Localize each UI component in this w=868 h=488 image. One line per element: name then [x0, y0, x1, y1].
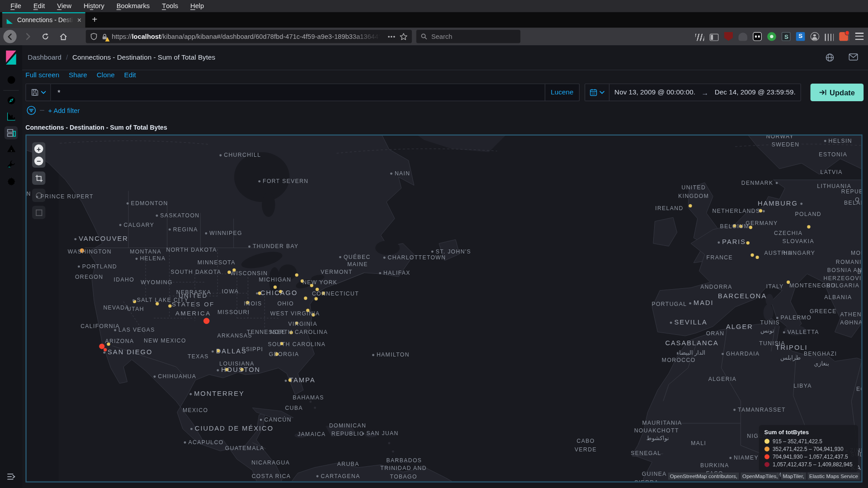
- data-point-yellow[interactable]: [304, 296, 307, 300]
- attribution-chip[interactable]: OpenMapTiles,: [741, 473, 779, 480]
- menu-view[interactable]: View: [51, 0, 78, 12]
- query-language-toggle[interactable]: Lucene: [545, 84, 579, 101]
- add-filter-link[interactable]: + Add filter: [48, 107, 80, 114]
- back-button[interactable]: [3, 30, 16, 43]
- map-label: GEORGIA: [269, 351, 299, 359]
- app-menu-icon[interactable]: [855, 33, 863, 40]
- attribution-chip[interactable]: MapTiler,: [781, 473, 806, 480]
- update-button[interactable]: Update: [811, 84, 864, 101]
- kibana-logo[interactable]: [0, 45, 22, 70]
- recently-viewed-clock-icon[interactable]: [5, 73, 18, 86]
- sidebar-extension-icon[interactable]: [710, 33, 719, 41]
- city-dot: [316, 475, 319, 478]
- browser-tab[interactable]: Connections - Destinatio ×: [2, 12, 85, 28]
- management-gear-icon[interactable]: [5, 174, 18, 188]
- menu-help[interactable]: Help: [184, 0, 210, 12]
- dev-tools-wrench-icon[interactable]: [5, 157, 18, 170]
- city-dot: [762, 210, 764, 212]
- map-label: WYOMING: [141, 279, 173, 287]
- page-actions-icon[interactable]: •••: [388, 33, 396, 40]
- calendar-button[interactable]: [585, 84, 609, 101]
- filter-icon[interactable]: [27, 106, 36, 115]
- tracking-shield-icon[interactable]: [90, 33, 98, 40]
- reload-button[interactable]: [39, 30, 52, 43]
- date-start[interactable]: Nov 13, 2009 @ 00:00:00.: [609, 89, 700, 96]
- home-button[interactable]: [57, 30, 70, 43]
- cookie-extension-icon[interactable]: [753, 32, 762, 41]
- library-extension-icon[interactable]: [695, 33, 704, 41]
- forward-button[interactable]: [21, 30, 34, 43]
- draw-bounds-tool-button[interactable]: [32, 172, 45, 185]
- geo-filter-circle-button[interactable]: [32, 189, 45, 202]
- data-point-yellow[interactable]: [689, 204, 692, 207]
- browser-menubar: FileEditViewHistoryBookmarksToolsHelp: [0, 0, 868, 12]
- full-screen-link[interactable]: Full screen: [25, 71, 59, 79]
- zoom-in-button[interactable]: +: [34, 145, 43, 154]
- menu-bookmarks[interactable]: Bookmarks: [110, 0, 156, 12]
- share-link[interactable]: Share: [69, 71, 87, 79]
- kibana-sidebar: [0, 70, 22, 488]
- help-globe-icon[interactable]: [826, 53, 835, 62]
- data-point-yellow[interactable]: [168, 304, 171, 307]
- map-label: CHARLOTTETOWN: [383, 254, 446, 262]
- breadcrumb-dashboard[interactable]: Dashboard: [28, 54, 61, 61]
- attribution-chip[interactable]: OpenStreetMap contributors,: [668, 473, 739, 480]
- data-point-yellow[interactable]: [746, 241, 750, 244]
- clone-link[interactable]: Clone: [97, 71, 115, 79]
- city-dot: [372, 354, 374, 357]
- edit-link[interactable]: Edit: [124, 71, 136, 79]
- map-panel[interactable]: CHURCHILLFORT SEVERNNAINPRINCE RUPERTEDM…: [25, 135, 862, 483]
- bookmark-star-icon[interactable]: [400, 33, 407, 40]
- tab-close-icon[interactable]: ×: [77, 16, 81, 23]
- privacy-extension-icon[interactable]: [767, 32, 776, 41]
- city-dot: [733, 409, 736, 411]
- map-label: FORT SEVERN: [258, 178, 308, 186]
- saved-query-button[interactable]: [25, 84, 51, 101]
- orange-extension-icon[interactable]: [839, 32, 848, 41]
- lock-warning-icon[interactable]: [101, 33, 108, 40]
- panel-title[interactable]: Connections - Destination - Sum of Total…: [25, 124, 167, 131]
- browser-search-box[interactable]: Search: [416, 30, 520, 43]
- map-label: ALGERIA: [708, 375, 737, 384]
- stylus-extension-icon[interactable]: [782, 32, 791, 41]
- query-value[interactable]: *: [57, 88, 545, 96]
- geo-filter-rect-button[interactable]: [32, 206, 45, 219]
- map-label: TUNIS: [760, 319, 780, 327]
- sblue-extension-icon[interactable]: [796, 32, 805, 41]
- new-tab-button[interactable]: +: [85, 12, 104, 28]
- city-dot: [154, 375, 156, 378]
- city-dot: [219, 155, 222, 157]
- menu-edit[interactable]: Edit: [27, 0, 51, 12]
- map-label: ARUBA: [337, 460, 359, 468]
- account-extension-icon[interactable]: [811, 32, 820, 41]
- containers-extension-icon[interactable]: [825, 33, 834, 41]
- attribution-chip[interactable]: Elastic Maps Service: [807, 473, 859, 480]
- menu-tools[interactable]: Tools: [156, 0, 184, 12]
- newsfeed-envelope-icon[interactable]: [849, 53, 858, 61]
- menu-file[interactable]: File: [5, 0, 28, 12]
- data-point-yellow[interactable]: [295, 273, 298, 277]
- data-point-red[interactable]: [203, 318, 209, 324]
- city-dot: [103, 352, 105, 354]
- url-bar[interactable]: https://localhost/kibana/app/kibana#/das…: [86, 30, 412, 43]
- zoom-out-button[interactable]: −: [34, 157, 43, 166]
- url-text[interactable]: https://localhost/kibana/app/kibana#/das…: [112, 33, 384, 40]
- ghostery-extension-icon[interactable]: [738, 33, 747, 41]
- discover-compass-icon[interactable]: [5, 94, 18, 107]
- data-point-yellow[interactable]: [750, 253, 754, 257]
- dashboard-icon[interactable]: [5, 126, 18, 139]
- data-point-yellow[interactable]: [807, 225, 810, 228]
- data-point-yellow[interactable]: [755, 256, 759, 259]
- map-label: NEW MEXICO: [144, 337, 186, 345]
- map-label: CASABLANCA: [665, 339, 718, 348]
- alerts-triangle-icon[interactable]: [5, 141, 18, 155]
- ublock-extension-icon[interactable]: [724, 32, 733, 41]
- kibana-favicon: [6, 16, 14, 24]
- menu-history[interactable]: History: [78, 0, 111, 12]
- query-input[interactable]: * Lucene: [51, 84, 580, 101]
- map-label: IN: [25, 190, 31, 198]
- visualize-chart-icon[interactable]: [5, 109, 18, 122]
- collapse-sidebar-icon[interactable]: [5, 470, 18, 483]
- map-label: PALERMO: [776, 314, 811, 322]
- date-end[interactable]: Dec 14, 2009 @ 23:59:59.: [710, 89, 801, 96]
